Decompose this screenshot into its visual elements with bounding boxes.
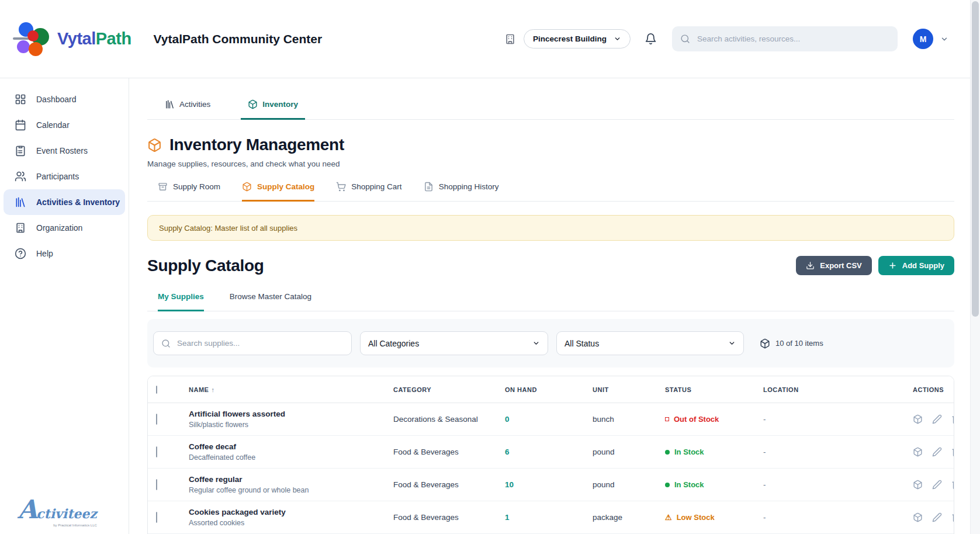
top-header: VytalPath VytalPath Community Center Pin… xyxy=(0,0,970,78)
sidebar-item-organization[interactable]: Organization xyxy=(4,215,125,241)
sidebar-item-calendar[interactable]: Calendar xyxy=(4,112,125,138)
row-checkbox[interactable] xyxy=(156,414,157,425)
tab-shopping-history[interactable]: Shopping History xyxy=(424,182,499,202)
delete-trash-icon[interactable] xyxy=(951,512,954,522)
sidebar-item-activities-inventory[interactable]: Activities & Inventory xyxy=(4,189,125,215)
sidebar-item-label: Event Rosters xyxy=(36,146,88,155)
tab-my-supplies[interactable]: My Supplies xyxy=(158,292,204,311)
info-banner: Supply Catalog: Master list of all suppl… xyxy=(147,215,954,241)
info-banner-text: Supply Catalog: Master list of all suppl… xyxy=(159,224,297,233)
chevron-down-icon xyxy=(728,339,736,347)
supplies-search-input[interactable] xyxy=(176,338,344,348)
status-marker-icon xyxy=(665,513,672,522)
app-logo: VytalPath xyxy=(13,22,131,56)
supply-location: - xyxy=(757,448,907,456)
tab-supply-catalog[interactable]: Supply Catalog xyxy=(242,182,314,202)
logo-circles-icon xyxy=(13,22,49,56)
column-header-name[interactable]: NAME↑ xyxy=(183,386,387,393)
clipboard-icon xyxy=(15,145,26,157)
supply-unit: pound xyxy=(587,480,659,489)
archive-icon xyxy=(158,182,168,192)
table-row: Artificial flowers assortedSilk/plastic … xyxy=(148,403,954,436)
download-icon xyxy=(806,261,815,270)
add-supply-button[interactable]: Add Supply xyxy=(878,256,954,275)
row-checkbox[interactable] xyxy=(156,446,157,457)
delete-trash-icon[interactable] xyxy=(951,447,954,457)
row-checkbox[interactable] xyxy=(156,479,157,490)
package-action-icon[interactable] xyxy=(913,414,923,424)
edit-pencil-icon[interactable] xyxy=(932,414,942,424)
tab-browse-master-catalog[interactable]: Browse Master Catalog xyxy=(230,292,311,311)
status-marker-icon xyxy=(665,450,670,455)
scrollbar-thumb[interactable] xyxy=(972,1,979,317)
status-badge: Out of Stock xyxy=(665,415,757,424)
category-select-value: All Categories xyxy=(368,339,419,348)
sidebar-item-label: Participants xyxy=(36,172,79,181)
building-selector[interactable]: Pincecrest Building xyxy=(524,29,631,48)
package-action-icon[interactable] xyxy=(913,512,923,522)
sidebar-item-label: Activities & Inventory xyxy=(36,197,120,207)
user-avatar[interactable]: M xyxy=(913,29,933,49)
document-icon xyxy=(424,182,434,192)
sidebar-item-dashboard[interactable]: Dashboard xyxy=(4,86,125,112)
items-count-text: 10 of 10 items xyxy=(775,339,823,348)
main-tabs: Activities Inventory xyxy=(147,93,954,120)
notifications-bell-icon[interactable] xyxy=(645,33,657,45)
supply-category: Decorations & Seasonal xyxy=(387,415,499,424)
chevron-down-icon xyxy=(614,35,621,43)
global-search-input[interactable] xyxy=(696,34,889,44)
category-select[interactable]: All Categories xyxy=(360,331,548,355)
column-header-category[interactable]: CATEGORY xyxy=(387,386,499,393)
select-all-checkbox[interactable] xyxy=(156,386,157,394)
supply-name: Artificial flowers assorted xyxy=(189,410,387,418)
tab-supply-room[interactable]: Supply Room xyxy=(158,182,220,202)
page-subtitle: Manage supplies, resources, and check wh… xyxy=(147,159,954,168)
page-scrollbar[interactable] xyxy=(970,0,980,534)
edit-pencil-icon[interactable] xyxy=(932,447,942,457)
logo-wordmark: VytalPath xyxy=(57,29,131,48)
global-search[interactable] xyxy=(672,26,898,51)
user-menu-chevron-icon[interactable] xyxy=(940,35,948,43)
column-header-location[interactable]: LOCATION xyxy=(757,386,907,393)
main-content: Activities Inventory Inventory Managemen… xyxy=(129,78,970,534)
column-header-unit[interactable]: UNIT xyxy=(587,386,659,393)
column-header-on-hand[interactable]: ON HAND xyxy=(499,386,587,393)
sidebar-item-label: Help xyxy=(36,249,53,258)
column-header-status[interactable]: STATUS xyxy=(659,386,757,393)
package-action-icon[interactable] xyxy=(913,447,923,457)
package-icon xyxy=(248,99,258,109)
sidebar-item-help[interactable]: Help xyxy=(4,241,125,266)
supply-description: Silk/plastic flowers xyxy=(189,421,387,429)
delete-trash-icon[interactable] xyxy=(951,480,954,490)
row-checkbox[interactable] xyxy=(156,512,157,523)
tab-shopping-cart[interactable]: Shopping Cart xyxy=(336,182,401,202)
page-title: Inventory Management xyxy=(169,136,344,154)
tab-inventory[interactable]: Inventory xyxy=(241,93,305,120)
sidebar-item-participants[interactable]: Participants xyxy=(4,164,125,189)
delete-trash-icon[interactable] xyxy=(951,414,954,424)
package-action-icon[interactable] xyxy=(913,480,923,490)
building-selector-value: Pincecrest Building xyxy=(533,34,607,43)
filter-bar: All Categories All Status 10 of 10 items xyxy=(147,319,954,367)
table-row: Coffee regularRegular coffee ground or w… xyxy=(148,469,954,501)
edit-pencil-icon[interactable] xyxy=(932,480,942,490)
supply-description: Assorted cookies xyxy=(189,519,387,527)
status-badge: Low Stock xyxy=(665,513,757,522)
calendar-icon xyxy=(15,119,26,131)
status-select[interactable]: All Status xyxy=(556,331,744,355)
supply-name: Coffee decaf xyxy=(189,442,387,451)
package-icon xyxy=(760,338,770,349)
sidebar-item-label: Calendar xyxy=(36,120,70,130)
grid-icon xyxy=(15,93,26,105)
status-marker-icon xyxy=(665,417,669,421)
supply-unit: bunch xyxy=(587,415,659,424)
supplies-search[interactable] xyxy=(153,331,352,355)
supply-description: Decaffeinated coffee xyxy=(189,453,387,462)
sidebar-item-event-rosters[interactable]: Event Rosters xyxy=(4,138,125,164)
tab-activities[interactable]: Activities xyxy=(158,93,217,120)
status-select-value: All Status xyxy=(565,339,599,348)
export-csv-button[interactable]: Export CSV xyxy=(796,256,872,275)
bar-chart-icon xyxy=(165,99,175,109)
edit-pencil-icon[interactable] xyxy=(932,512,942,522)
supply-location: - xyxy=(757,513,907,522)
